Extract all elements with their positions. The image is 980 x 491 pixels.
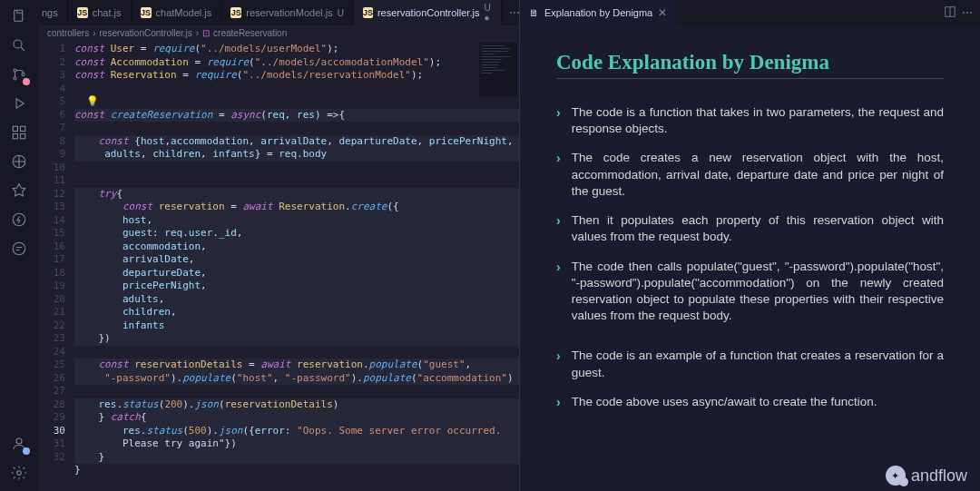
- tab-reservationModel.js[interactable]: JS reservationModel.js U: [221, 0, 354, 25]
- split-icon[interactable]: [944, 5, 956, 21]
- remote-icon[interactable]: [10, 152, 28, 171]
- svg-rect-7: [13, 134, 17, 139]
- explanation-item: › The code is a function that takes in t…: [556, 104, 944, 137]
- line-gutter: 1234567891011121314151617181920212223242…: [38, 41, 74, 491]
- tab-label: chat.js: [93, 7, 122, 18]
- lightning-icon[interactable]: [10, 211, 28, 229]
- close-icon[interactable]: ✕: [658, 6, 667, 19]
- editor-content[interactable]: 1234567891011121314151617181920212223242…: [38, 41, 519, 491]
- explanation-text: The code then calls populate("guest", "-…: [572, 259, 944, 325]
- tab-label: chatModel.js: [156, 7, 212, 18]
- code-body[interactable]: const User = require("../models/userMode…: [74, 41, 519, 491]
- bullet-icon: ›: [556, 259, 561, 276]
- preview-icon: 🗎: [529, 7, 539, 18]
- svg-rect-0: [15, 10, 23, 21]
- search-icon[interactable]: [10, 36, 28, 54]
- tab-reservationController.js[interactable]: JS reservationController.js U ●: [354, 0, 502, 25]
- tab-explanation[interactable]: 🗎 Explanation by Denigma ✕: [520, 0, 676, 25]
- account-icon[interactable]: [10, 435, 28, 453]
- watermark-icon: ✦: [886, 466, 906, 486]
- svg-rect-6: [21, 126, 25, 131]
- right-tabs: 🗎 Explanation by Denigma ✕ ⋯: [520, 0, 980, 25]
- svg-point-10: [13, 213, 25, 226]
- files-icon[interactable]: [10, 7, 28, 25]
- tab-label: reservationModel.js: [246, 7, 332, 18]
- svg-point-11: [13, 242, 25, 255]
- svg-point-13: [17, 471, 22, 476]
- explanation-item: › The code is an example of a function t…: [556, 348, 944, 380]
- liveshare-icon[interactable]: [10, 182, 28, 200]
- js-icon: JS: [363, 7, 373, 18]
- explanation-text: The code is an example of a function tha…: [572, 348, 944, 380]
- minimap[interactable]: [479, 43, 517, 97]
- source-control-icon[interactable]: [10, 65, 28, 83]
- extensions-icon[interactable]: [10, 123, 28, 142]
- js-icon: JS: [77, 7, 88, 18]
- bullet-icon: ›: [556, 104, 561, 122]
- svg-point-1: [14, 40, 22, 48]
- divider: [556, 78, 944, 79]
- svg-point-2: [14, 69, 16, 72]
- activity-bar: [0, 0, 38, 491]
- settings-icon[interactable]: [10, 464, 28, 482]
- tab-chat.js[interactable]: JS chat.js: [68, 0, 132, 25]
- editor-area: ngs JS chat.js JS chatModel.js JS reserv…: [38, 0, 519, 491]
- bullet-icon: ›: [556, 394, 561, 411]
- watermark-text: andflow: [911, 466, 967, 486]
- explanation-item: › The code creates a new reservation obj…: [556, 150, 944, 200]
- comments-icon[interactable]: [10, 240, 28, 258]
- debug-icon[interactable]: [10, 94, 28, 113]
- svg-point-12: [16, 438, 22, 444]
- explanation-item: › The code above uses async/await to cre…: [556, 394, 944, 411]
- svg-rect-5: [13, 126, 17, 131]
- explanation-text: The code above uses async/await to creat…: [572, 394, 877, 410]
- js-icon: JS: [230, 7, 241, 18]
- explanation-item: › Then it populates each property of thi…: [556, 212, 944, 245]
- js-icon: JS: [141, 7, 152, 18]
- breadcrumbs[interactable]: controllers › reservationController.js ›…: [38, 25, 519, 41]
- svg-point-3: [14, 77, 16, 80]
- modified-indicator: U: [338, 8, 344, 18]
- editor-tabs: ngs JS chat.js JS chatModel.js JS reserv…: [38, 0, 519, 25]
- bullet-icon: ›: [556, 212, 561, 230]
- bullet-icon: ›: [556, 348, 561, 365]
- explanation-panel: 🗎 Explanation by Denigma ✕ ⋯ Code Explan…: [519, 0, 980, 491]
- bullet-icon: ›: [556, 150, 561, 167]
- watermark: ✦ andflow: [886, 466, 967, 486]
- explanation-text: Then it populates each property of this …: [572, 212, 944, 245]
- tab-title: Explanation by Denigma: [544, 7, 652, 18]
- explanation-list: › The code is a function that takes in t…: [556, 104, 944, 411]
- modified-indicator: U ●: [484, 3, 491, 23]
- explanation-content: Code Explanation by Denigma › The code i…: [520, 25, 980, 491]
- tab-chatModel.js[interactable]: JS chatModel.js: [132, 0, 222, 25]
- more-icon[interactable]: ⋯: [962, 6, 973, 19]
- explanation-title: Code Explanation by Denigma: [556, 51, 944, 74]
- explanation-text: The code is a function that takes in two…: [572, 104, 944, 137]
- tab-label: reservationController.js: [377, 7, 480, 18]
- explanation-item: › The code then calls populate("guest", …: [556, 259, 944, 325]
- explanation-text: The code creates a new reservation objec…: [572, 150, 944, 200]
- svg-point-4: [22, 74, 24, 76]
- svg-rect-8: [21, 134, 25, 139]
